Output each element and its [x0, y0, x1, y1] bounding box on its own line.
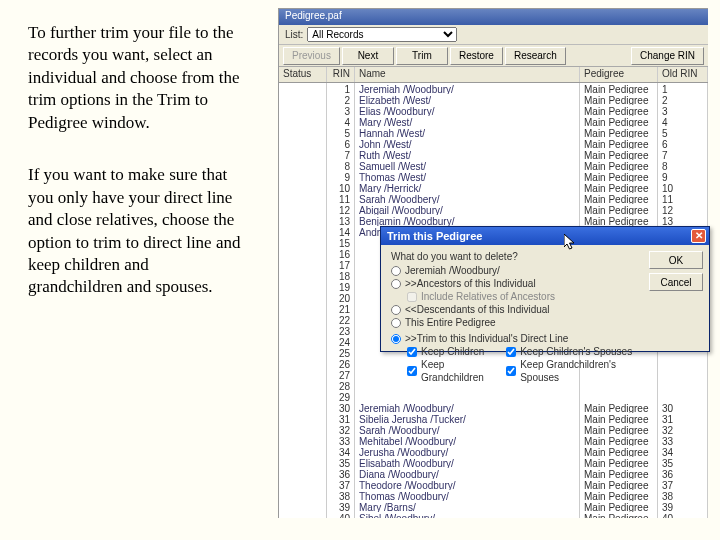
table-row[interactable]: 10Mary /Herrick/Main Pedigree10	[279, 182, 708, 193]
dialog-titlebar[interactable]: Trim this Pedigree ✕	[381, 227, 709, 245]
table-row[interactable]: 2Elizabeth /West/Main Pedigree2	[279, 94, 708, 105]
table-row[interactable]: 31Sibelia Jerusha /Tucker/Main Pedigree3…	[279, 413, 708, 424]
opt-include-relatives: Include Relatives of Ancestors	[407, 290, 645, 303]
table-row[interactable]: 4Mary /West/Main Pedigree4	[279, 116, 708, 127]
table-row[interactable]: 6John /West/Main Pedigree6	[279, 138, 708, 149]
opt-individual[interactable]: Jeremiah /Woodbury/	[391, 264, 645, 277]
col-rin[interactable]: RIN	[327, 67, 355, 82]
col-old-rin[interactable]: Old RIN	[658, 67, 708, 82]
table-row[interactable]: 30Jeremiah /Woodbury/Main Pedigree30	[279, 402, 708, 413]
table-row[interactable]: 40Sibel /Woodbury/Main Pedigree40	[279, 512, 708, 518]
grid-header: Status RIN Name Pedigree Old RIN	[279, 67, 708, 83]
table-row[interactable]: 1Jeremiah /Woodbury/Main Pedigree1	[279, 83, 708, 94]
opt-descendants[interactable]: <<Descendants of this Individual	[391, 303, 645, 316]
action-button-row: Previous Next Trim Restore Research Chan…	[279, 45, 708, 67]
opt-direct-line[interactable]: >>Trim to this Individual's Direct Line	[391, 332, 645, 345]
table-row[interactable]: 35Elisabath /Woodbury/Main Pedigree35	[279, 457, 708, 468]
dialog-title: Trim this Pedigree	[387, 230, 482, 242]
instruction-para-1: To further trim your file to the records…	[28, 22, 246, 134]
previous-button[interactable]: Previous	[283, 47, 340, 65]
next-button[interactable]: Next	[342, 47, 394, 65]
table-row[interactable]: 3Elias /Woodbury/Main Pedigree3	[279, 105, 708, 116]
window-title: Pedigree.paf	[285, 10, 342, 21]
table-row[interactable]: 5Hannah /West/Main Pedigree5	[279, 127, 708, 138]
window-titlebar: Pedigree.paf	[279, 9, 708, 25]
list-toolbar: List: All Records	[279, 25, 708, 45]
trim-button[interactable]: Trim	[396, 47, 448, 65]
table-row[interactable]: 13Benjamin /Woodbury/Main Pedigree13	[279, 215, 708, 226]
trim-dialog: Trim this Pedigree ✕ What do you want to…	[380, 226, 710, 352]
opt-ancestors[interactable]: >>Ancestors of this Individual	[391, 277, 645, 290]
dialog-question: What do you want to delete?	[391, 251, 645, 262]
cancel-button[interactable]: Cancel	[649, 273, 703, 291]
table-row[interactable]: 8Samuell /West/Main Pedigree8	[279, 160, 708, 171]
change-rin-button[interactable]: Change RIN	[631, 47, 704, 65]
instruction-text: To further trim your file to the records…	[28, 22, 246, 329]
table-row[interactable]: 34Jerusha /Woodbury/Main Pedigree34	[279, 446, 708, 457]
dialog-options: What do you want to delete? Jeremiah /Wo…	[391, 251, 645, 384]
chk-keep-children[interactable]: Keep Children	[407, 345, 506, 358]
close-icon[interactable]: ✕	[691, 229, 706, 243]
col-status[interactable]: Status	[279, 67, 327, 82]
instruction-para-2: If you want to make sure that you only h…	[28, 164, 246, 299]
chk-keep-grandchildren[interactable]: Keep Grandchildren	[407, 358, 506, 384]
table-row[interactable]: 7Ruth /West/Main Pedigree7	[279, 149, 708, 160]
table-row[interactable]: 12Abigail /Woodbury/Main Pedigree12	[279, 204, 708, 215]
table-row[interactable]: 39Mary /Barns/Main Pedigree39	[279, 501, 708, 512]
table-row[interactable]: 37Theodore /Woodbury/Main Pedigree37	[279, 479, 708, 490]
col-pedigree[interactable]: Pedigree	[580, 67, 658, 82]
table-row[interactable]: 32Sarah /Woodbury/Main Pedigree32	[279, 424, 708, 435]
opt-entire-pedigree[interactable]: This Entire Pedigree	[391, 316, 645, 329]
chk-keep-grandchildren-spouses[interactable]: Keep Grandchildren's Spouses	[506, 358, 645, 384]
list-select[interactable]: All Records	[307, 27, 457, 42]
research-button[interactable]: Research	[505, 47, 566, 65]
chk-keep-children-spouses[interactable]: Keep Children's Spouses	[506, 345, 645, 358]
table-row[interactable]: 29	[279, 391, 708, 402]
table-row[interactable]: 33Mehitabel /Woodbury/Main Pedigree33	[279, 435, 708, 446]
table-row[interactable]: 38Thomas /Woodbury/Main Pedigree38	[279, 490, 708, 501]
list-label: List:	[285, 29, 303, 40]
restore-button[interactable]: Restore	[450, 47, 503, 65]
table-row[interactable]: 11Sarah /Woodbery/Main Pedigree11	[279, 193, 708, 204]
table-row[interactable]: 36Diana /Woodbury/Main Pedigree36	[279, 468, 708, 479]
table-row[interactable]: 9Thomas /West/Main Pedigree9	[279, 171, 708, 182]
col-name[interactable]: Name	[355, 67, 580, 82]
ok-button[interactable]: OK	[649, 251, 703, 269]
